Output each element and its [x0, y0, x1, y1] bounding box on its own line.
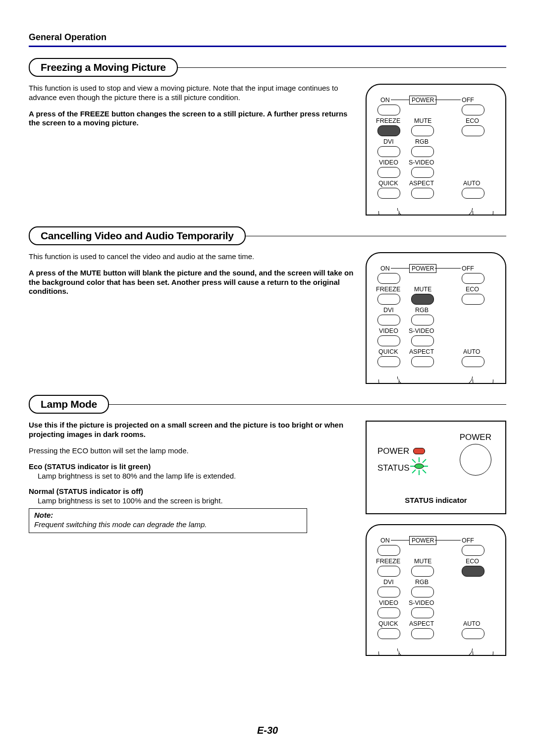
off-label: OFF — [462, 537, 474, 544]
on-label: ON — [380, 537, 390, 544]
eco-button — [462, 566, 484, 577]
video-button — [377, 607, 400, 618]
video-label: VIDEO — [379, 599, 398, 606]
paragraph: This function is used to stop and view a… — [29, 84, 356, 103]
auto-label: AUTO — [463, 620, 481, 627]
paragraph-bold: A press of the FREEZE button changes the… — [29, 109, 356, 128]
mute-button — [411, 125, 434, 136]
quick-button — [377, 356, 400, 367]
rgb-label: RGB — [415, 138, 428, 145]
video-label: VIDEO — [379, 327, 398, 334]
auto-button — [462, 628, 484, 639]
paragraph: This function is used to cancel the vide… — [29, 252, 356, 262]
on-button — [377, 273, 400, 284]
aspect-label: ASPECT — [409, 180, 434, 187]
remote-diagram-freeze: ON POWER OFF FREEZE MUTE ECO DVI RGB VID… — [366, 84, 506, 216]
power-label: POWER — [409, 536, 436, 545]
rule-line — [108, 404, 506, 405]
status-label: STATUS — [377, 463, 410, 473]
note-body: Frequent switching this mode can degrade… — [34, 520, 302, 530]
off-label: OFF — [462, 97, 474, 104]
dvi-button — [377, 587, 400, 597]
svg-line-4 — [412, 459, 416, 463]
freeze-label: FREEZE — [376, 558, 400, 565]
freeze-label: FREEZE — [376, 117, 400, 124]
power-led-icon — [413, 448, 425, 454]
section-title: Freezing a Moving Picture — [29, 58, 178, 77]
svideo-button — [411, 167, 434, 178]
left-arc — [378, 379, 399, 384]
svideo-label: S-VIDEO — [409, 327, 434, 334]
mute-button — [411, 294, 434, 305]
on-button — [377, 545, 400, 556]
freeze-button — [377, 125, 400, 136]
normal-body: Lamp brightness is set to 100% and the s… — [38, 496, 356, 506]
rule-line — [177, 67, 506, 68]
status-indicator-label: STATUS indicator — [367, 496, 505, 504]
indicator-panel: POWER POWER STATUS — [366, 421, 506, 514]
on-label: ON — [380, 97, 390, 104]
rgb-label: RGB — [415, 307, 428, 314]
aspect-button — [411, 188, 434, 199]
svg-line-7 — [412, 470, 416, 473]
video-label: VIDEO — [379, 159, 398, 166]
svideo-label: S-VIDEO — [409, 599, 434, 606]
left-arc — [378, 651, 399, 656]
dvi-label: DVI — [383, 307, 394, 314]
paragraph-bold: A press of the MUTE button will blank th… — [29, 269, 356, 296]
aspect-button — [411, 356, 434, 367]
quick-label: QUICK — [378, 348, 398, 355]
eco-body: Lamp brightness is set to 80% and the la… — [38, 472, 356, 481]
dvi-button — [377, 146, 400, 157]
dpad-arc — [397, 208, 473, 216]
rgb-label: RGB — [415, 579, 428, 586]
on-label: ON — [380, 265, 390, 272]
off-label: OFF — [462, 265, 474, 272]
mute-label: MUTE — [414, 117, 431, 124]
power-label-top: POWER — [460, 432, 491, 442]
eco-button — [462, 294, 484, 305]
quick-button — [377, 188, 400, 199]
paragraph-bold: Use this if the picture is projected on … — [29, 421, 356, 439]
dvi-label: DVI — [383, 579, 394, 586]
left-arc — [378, 211, 399, 216]
power-button-circle — [460, 444, 491, 476]
note-box: Note: Frequent switching this mode can d… — [29, 508, 307, 533]
auto-label: AUTO — [463, 180, 481, 187]
remote-diagram-eco: ON POWER OFF FREEZE MUTE ECO DVI RGB VID… — [366, 524, 506, 656]
right-arc — [473, 211, 493, 216]
video-button — [377, 335, 400, 346]
eco-label: ECO — [466, 117, 479, 124]
freeze-button — [377, 294, 400, 305]
section-lamp: Lamp Mode Use this if the picture is pro… — [29, 395, 506, 656]
on-button — [377, 105, 400, 115]
auto-button — [462, 188, 484, 199]
power-label: POWER — [409, 264, 436, 273]
section-title: Lamp Mode — [29, 395, 109, 414]
rule-line — [245, 236, 506, 236]
freeze-button — [377, 566, 400, 577]
dpad-arc — [397, 648, 473, 656]
rgb-button — [411, 587, 434, 597]
normal-heading: Normal (STATUS indicator is off) — [29, 487, 143, 495]
rgb-button — [411, 146, 434, 157]
aspect-button — [411, 628, 434, 639]
status-led-star-icon — [409, 456, 429, 476]
section-title: Cancelling Video and Audio Temporarily — [29, 226, 246, 245]
off-button — [462, 545, 484, 556]
auto-label: AUTO — [463, 348, 481, 355]
mute-label: MUTE — [414, 558, 431, 565]
eco-label: ECO — [466, 558, 479, 565]
section-mute: Cancelling Video and Audio Temporarily T… — [29, 226, 506, 384]
dvi-label: DVI — [383, 138, 394, 145]
svg-line-5 — [423, 470, 426, 473]
off-button — [462, 273, 484, 284]
eco-heading: Eco (STATUS indicator is lit green) — [29, 462, 151, 471]
auto-button — [462, 356, 484, 367]
quick-button — [377, 628, 400, 639]
rgb-button — [411, 315, 434, 325]
svideo-button — [411, 335, 434, 346]
freeze-label: FREEZE — [376, 286, 400, 293]
off-button — [462, 105, 484, 115]
quick-label: QUICK — [378, 620, 398, 627]
